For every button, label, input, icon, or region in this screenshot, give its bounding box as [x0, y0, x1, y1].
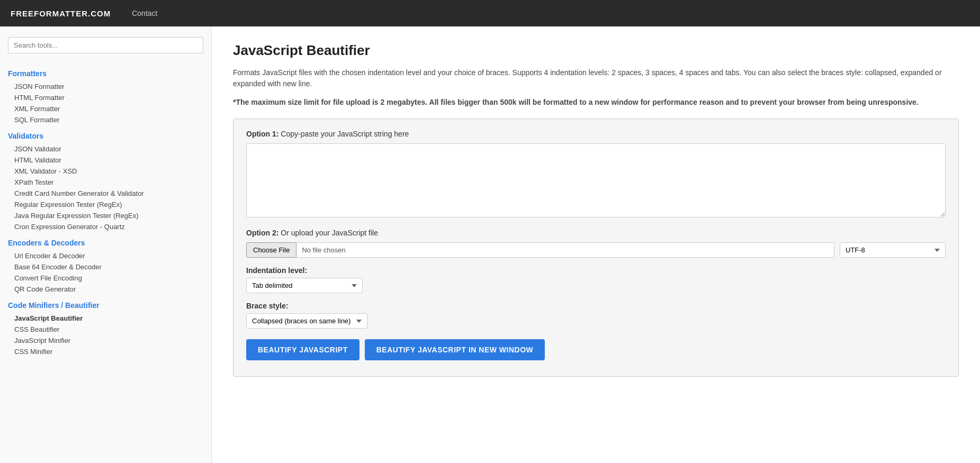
sidebar-item[interactable]: XML Formatter: [8, 103, 203, 114]
sidebar-section-title: Formatters: [8, 69, 203, 78]
sidebar-item[interactable]: JSON Formatter: [8, 81, 203, 92]
sidebar-item[interactable]: CSS Minifier: [8, 346, 203, 357]
sidebar-item[interactable]: Url Encoder & Decoder: [8, 250, 203, 261]
sidebar-sections: FormattersJSON FormatterHTML FormatterXM…: [8, 69, 203, 357]
sidebar-item[interactable]: Credit Card Number Generator & Validator: [8, 188, 203, 199]
sidebar-item[interactable]: Cron Expression Generator - Quartz: [8, 221, 203, 232]
description-text: Formats JavaScript files with the chosen…: [233, 67, 959, 89]
js-input-textarea[interactable]: [246, 143, 946, 217]
brace-label: Brace style:: [246, 302, 946, 310]
layout: FormattersJSON FormatterHTML FormatterXM…: [0, 26, 980, 463]
sidebar-item[interactable]: QR Code Generator: [8, 284, 203, 295]
beautify-button[interactable]: BEAUTIFY JAVASCRIPT: [246, 339, 359, 360]
indentation-group: Indentation level: Tab delimited2 spaces…: [246, 266, 946, 293]
sidebar-item[interactable]: XPath Tester: [8, 177, 203, 188]
indentation-label: Indentation level:: [246, 266, 946, 275]
page-title: JavaScript Beautifier: [233, 42, 959, 59]
sidebar-item[interactable]: Regular Expression Tester (RegEx): [8, 199, 203, 210]
file-name-display: No file chosen: [296, 242, 834, 258]
sidebar-item[interactable]: JavaScript Beautifier: [8, 313, 203, 324]
choose-file-button[interactable]: Choose File: [246, 242, 296, 258]
encoding-select[interactable]: UTF-8UTF-16ISO-8859-1US-ASCII: [840, 242, 946, 258]
sidebar-item[interactable]: XML Validator - XSD: [8, 166, 203, 177]
sidebar-item[interactable]: Convert File Encoding: [8, 273, 203, 284]
sidebar-section-title: Encoders & Decoders: [8, 239, 203, 247]
buttons-row: BEAUTIFY JAVASCRIPT BEAUTIFY JAVASCRIPT …: [246, 339, 946, 360]
sidebar-item[interactable]: Base 64 Encoder & Decoder: [8, 261, 203, 273]
sidebar: FormattersJSON FormatterHTML FormatterXM…: [0, 26, 212, 463]
sidebar-item[interactable]: CSS Beautifier: [8, 324, 203, 335]
option1-desc: Copy-paste your JavaScript string here: [281, 130, 409, 138]
sidebar-item[interactable]: HTML Validator: [8, 155, 203, 166]
brace-select[interactable]: Collapsed (braces on same line)ExpandedE…: [246, 313, 367, 329]
option2-label: Option 2: Or upload your JavaScript file: [246, 229, 946, 237]
search-input[interactable]: [8, 37, 203, 53]
file-upload-row: Choose File No file chosen UTF-8UTF-16IS…: [246, 242, 946, 258]
brace-group: Brace style: Collapsed (braces on same l…: [246, 302, 946, 329]
tool-panel: Option 1: Copy-paste your JavaScript str…: [233, 119, 959, 377]
sidebar-item[interactable]: JSON Validator: [8, 143, 203, 155]
sidebar-item[interactable]: JavaScript Minifier: [8, 335, 203, 346]
option1-label: Option 1: Copy-paste your JavaScript str…: [246, 130, 946, 138]
sidebar-section-title: Code Minifiers / Beautifier: [8, 301, 203, 310]
beautify-new-window-button[interactable]: BEAUTIFY JAVASCRIPT IN NEW WINDOW: [365, 339, 545, 360]
site-logo: FREEFORMATTER.COM: [11, 9, 111, 18]
sidebar-item[interactable]: Java Regular Expression Tester (RegEx): [8, 210, 203, 221]
sidebar-section-title: Validators: [8, 132, 203, 140]
sidebar-item[interactable]: HTML Formatter: [8, 92, 203, 103]
main-content: JavaScript Beautifier Formats JavaScript…: [212, 26, 980, 463]
contact-link[interactable]: Contact: [132, 9, 157, 17]
header: FREEFORMATTER.COM Contact: [0, 0, 980, 26]
option2-desc: Or upload your JavaScript file: [281, 229, 378, 237]
indentation-select[interactable]: Tab delimited2 spaces3 spaces4 spaces: [246, 278, 363, 293]
sidebar-item[interactable]: SQL Formatter: [8, 114, 203, 125]
warning-text: *The maximum size limit for file upload …: [233, 97, 959, 108]
